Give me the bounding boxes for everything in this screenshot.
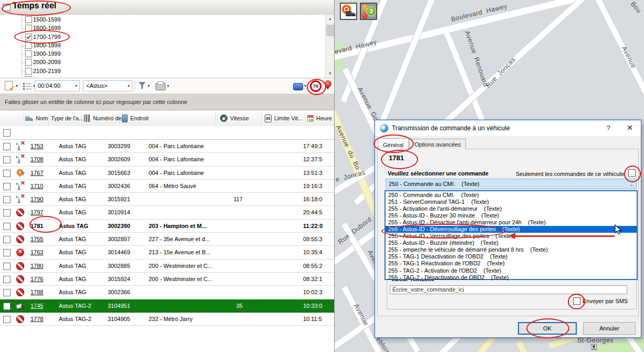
filter-icon[interactable] [139,82,146,89]
table-row[interactable]: 1780 Astus TAG 3002885 200 - Westminster… [0,260,334,273]
table-row[interactable]: 1710 Astus TAG 3002436 064 - Métro Sauvé… [0,180,334,193]
chevron-down-icon[interactable]: ▾ [148,84,150,88]
cluster-button[interactable]: 3 [360,3,377,20]
row-checkbox[interactable] [3,143,11,150]
tree-item[interactable]: 1500-1599 [1,16,325,24]
tree-checkbox[interactable] [25,25,32,32]
chevron-down-icon[interactable]: ▾ [16,84,18,88]
tree-item[interactable]: 1600-1699 [1,24,325,33]
tab[interactable]: Général [378,138,409,150]
scroll-down-icon[interactable]: ▼ [326,69,335,77]
locate-vehicle-button[interactable] [340,3,357,20]
fleet-combo[interactable]: <Astus>▾ [83,80,132,91]
vehicle-link[interactable]: 1745 [30,299,43,312]
row-checkbox[interactable] [3,303,11,310]
command-option[interactable]: 255 - Astus-ID - Buzzer 30 minute (Texte… [386,212,637,219]
close-icon[interactable]: ✕ [623,123,637,132]
color-style-icon[interactable] [293,83,303,90]
tree-item[interactable]: 2100-2199 [1,67,325,76]
column-header[interactable]: Vitesse [220,110,249,126]
vehicle-link[interactable]: 1776 [30,273,43,285]
table-row[interactable]: 1788 Astus TAG 3002366 10:02:3 [0,286,334,299]
table-row[interactable]: 1790 Astus TAG 3015921 117 16:18:0 [0,193,334,206]
command-option[interactable]: 255 - TAG-1 Désactivation de l'OBD2 (Tex… [386,253,637,260]
command-option[interactable]: 255 - TAG-2 - Activation de l'OBD2 (Text… [386,267,637,274]
help-button[interactable]: ? [602,124,615,132]
select-all-checkbox[interactable] [3,129,11,137]
refresh-interval-combo[interactable]: 00:04:00▾ [35,80,80,91]
tree-checkbox[interactable] [25,50,32,57]
tree-checkbox[interactable] [25,16,32,23]
row-checkbox[interactable] [3,223,11,230]
dialog-title-bar[interactable]: Transmission de commande à un véhicule ?… [375,120,641,136]
tree-item[interactable]: 1800-1899 [1,42,325,50]
chevron-down-icon[interactable]: ▾ [128,81,130,91]
vehicle-link[interactable]: 1710 [30,180,43,192]
row-checkbox[interactable] [3,196,11,203]
tree-item[interactable]: 2200-2299 [1,76,325,77]
tree-scrollbar[interactable]: ▲ ▼ [325,15,335,77]
command-option[interactable]: 255 - Astus-ID - Déverrouillage des port… [386,226,637,233]
column-header[interactable]: 65 Limite Vit... [265,110,303,126]
scroll-up-icon[interactable]: ▲ [326,15,335,23]
row-checkbox[interactable] [3,249,11,256]
chevron-down-icon[interactable]: ⌄ [629,180,633,189]
tree-checkbox[interactable] [25,34,32,40]
command-option[interactable]: 255 - TAG-1 Réactivation de l'OBD2 (Text… [386,260,637,267]
group-by-bar[interactable]: Faites glisser un entête de colonne ici … [0,94,334,110]
row-checkbox[interactable] [3,209,11,216]
vehicle-link[interactable]: 1778 [30,313,43,325]
vehicle-link[interactable]: 1788 [30,286,43,298]
scrollbar-thumb[interactable] [326,25,334,36]
vehicle-link[interactable]: 1797 [30,206,43,219]
command-combobox[interactable]: 250 - Commande au CMI. (Texte)⌄ [386,179,637,189]
tree-checkbox[interactable] [25,76,32,77]
speed-limit-icon[interactable]: 70 [310,80,321,92]
print-icon[interactable] [155,83,165,90]
row-checkbox[interactable] [3,156,11,163]
row-checkbox[interactable] [3,183,11,190]
command-option[interactable]: 255 - TAG-2 - Désactivation de OBD2 (Tex… [386,274,637,281]
vehicle-link[interactable]: 1767 [30,167,43,179]
vehicle-link[interactable]: 1755 [30,233,43,245]
sms-checkbox[interactable] [573,297,580,305]
task-check-icon[interactable] [5,81,13,90]
command-option[interactable]: 251 - ServerCommand TAG-1 (Texte) [386,199,637,205]
command-option[interactable]: 250 - Commande au CMI. (Texte) [386,192,637,199]
ok-button[interactable]: OK [518,322,577,335]
chevron-down-icon[interactable]: ▾ [304,84,306,88]
command-text-input[interactable]: Écrire_votre_commande_ici [390,285,627,294]
vehicle-link[interactable]: 1763 [30,246,43,258]
tree-checkbox[interactable] [25,59,32,66]
command-option[interactable]: 255 - Astus-ID - Buzzer (éteindre) (Text… [386,240,637,246]
list-view-icon[interactable] [23,83,32,90]
row-checkbox[interactable] [3,289,11,296]
column-header[interactable]: Heure [307,110,332,126]
row-checkbox[interactable] [3,236,11,243]
map-pin-icon[interactable] [325,80,331,90]
tree-checkbox[interactable] [25,68,32,75]
table-row[interactable]: 1767 Astus TAG 3015663 004 - Parc Lafont… [0,167,334,180]
table-row[interactable]: 1763 Astus TAG 3014469 213 - 15e Avenue … [0,246,334,259]
row-checkbox[interactable] [3,170,11,177]
tree-item[interactable]: 1700-1799 [1,33,325,42]
tree-item[interactable]: 1900-1999 [1,50,325,58]
tree-checkbox[interactable] [25,42,32,49]
vehicle-link[interactable]: 1781 [30,220,43,232]
chevron-down-icon[interactable]: ▾ [167,84,169,88]
table-row[interactable]: 1708 Astus TAG 3002609 004 - Parc Lafont… [0,153,334,166]
table-row[interactable]: 1776 Astus TAG 3015924 200 - Westminster… [0,273,334,286]
table-row[interactable]: 1753 Astus TAG 3003299 004 - Parc Lafont… [0,140,334,153]
row-checkbox[interactable] [3,316,11,323]
column-header[interactable]: Type de l'a... [51,110,84,126]
cancel-button[interactable]: Annuler [583,322,636,335]
tree-item[interactable]: 2000-2099 [1,58,325,67]
row-checkbox[interactable] [3,263,11,270]
command-option[interactable]: 255 - empeche le véhicule de démarré pen… [386,246,637,253]
column-header[interactable]: Endroit [122,110,149,126]
row-checkbox[interactable] [3,276,11,283]
table-row[interactable]: 1781 Astus TAG 3002390 203 - Hampton et … [0,220,334,233]
vehicle-link[interactable]: 1780 [30,260,43,272]
table-row[interactable]: 1745 Astus TAG-2 3104951 35 10:33:0 [0,299,334,313]
tab[interactable]: Options avancées [409,139,466,149]
